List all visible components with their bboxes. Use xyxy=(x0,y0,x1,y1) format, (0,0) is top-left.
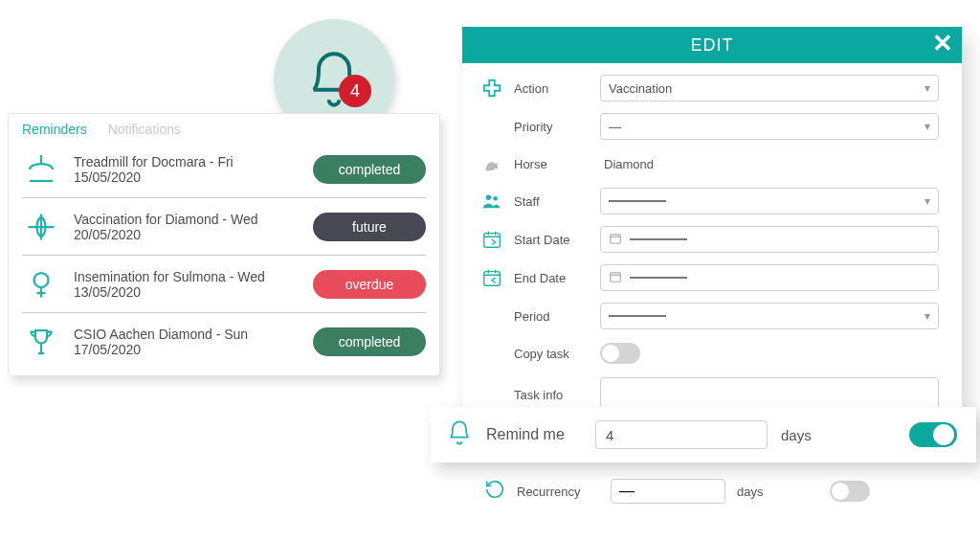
reminder-row[interactable]: Vaccination for Diamond - Wed 20/05/2020… xyxy=(22,198,426,256)
reminder-text: Vaccination for Diamond - Wed 20/05/2020 xyxy=(74,212,300,242)
svg-point-2 xyxy=(493,196,498,201)
bell-icon xyxy=(446,419,473,450)
reminder-row[interactable]: Insemination for Sulmona - Wed 13/05/202… xyxy=(22,256,426,313)
period-select[interactable]: ▾ xyxy=(600,303,939,329)
reminder-text: CSIO Aachen Diamond - Sun 17/05/2020 xyxy=(74,327,300,357)
reproduction-icon xyxy=(22,265,60,304)
edit-panel: EDIT ✕ Action Vaccination ▾ Priority — ▾ xyxy=(462,27,962,429)
priority-label: Priority xyxy=(514,120,590,134)
svg-point-0 xyxy=(34,273,49,287)
tab-reminders[interactable]: Reminders xyxy=(22,122,87,137)
recurrency-label: Recurrency xyxy=(517,485,599,499)
recurrency-input[interactable]: — xyxy=(611,479,725,504)
svg-rect-6 xyxy=(611,272,621,281)
status-pill: completed xyxy=(313,327,426,356)
status-pill: overdue xyxy=(313,270,426,299)
recurrency-icon xyxy=(484,479,505,504)
chevron-down-icon: ▾ xyxy=(924,309,930,323)
chevron-down-icon: ▾ xyxy=(924,120,930,133)
panel-title: EDIT xyxy=(690,35,733,56)
recurrency-toggle[interactable] xyxy=(830,481,870,502)
start-date-input[interactable] xyxy=(600,226,939,253)
remind-me-bar: Remind me days xyxy=(431,407,976,462)
tabs: Reminders Notifications xyxy=(9,114,439,141)
treadmill-icon xyxy=(22,150,60,189)
action-label: Action xyxy=(514,81,590,96)
svg-rect-5 xyxy=(484,272,501,286)
period-label: Period xyxy=(514,309,590,324)
calendar-end-icon xyxy=(479,265,504,290)
remind-me-input[interactable] xyxy=(595,420,768,449)
task-info-label: Task info xyxy=(514,388,590,402)
status-pill: future xyxy=(313,213,426,241)
end-date-label: End Date xyxy=(514,271,590,285)
svg-rect-4 xyxy=(611,234,621,242)
svg-point-1 xyxy=(486,195,491,201)
action-value: Vaccination xyxy=(609,81,672,96)
horse-value: Diamond xyxy=(600,157,939,171)
medical-icon xyxy=(22,208,60,246)
remind-me-label: Remind me xyxy=(486,426,582,443)
staff-icon xyxy=(479,189,504,214)
notification-count-badge: 4 xyxy=(339,75,371,107)
medical-cross-icon xyxy=(479,76,504,101)
days-label: days xyxy=(737,485,763,499)
horse-icon xyxy=(479,151,504,176)
reminder-row[interactable]: Treadmill for Docmara - Fri 15/05/2020 c… xyxy=(22,141,426,198)
reminder-list: Treadmill for Docmara - Fri 15/05/2020 c… xyxy=(9,141,439,375)
reminder-text: Insemination for Sulmona - Wed 13/05/202… xyxy=(74,269,300,300)
close-icon[interactable]: ✕ xyxy=(932,31,954,56)
action-select[interactable]: Vaccination ▾ xyxy=(600,75,939,101)
chevron-down-icon: ▾ xyxy=(924,194,930,208)
placeholder-dash xyxy=(630,277,687,279)
reminder-row[interactable]: CSIO Aachen Diamond - Sun 17/05/2020 com… xyxy=(22,313,426,370)
placeholder-dash xyxy=(630,238,687,240)
status-pill: completed xyxy=(313,155,426,184)
reminders-panel: Reminders Notifications Treadmill for Do… xyxy=(8,113,440,376)
priority-value: — xyxy=(609,120,621,134)
reminder-text: Treadmill for Docmara - Fri 15/05/2020 xyxy=(74,154,300,185)
calendar-start-icon xyxy=(479,227,504,252)
panel-header: EDIT ✕ xyxy=(462,27,962,63)
recurrency-value: — xyxy=(619,483,635,500)
tab-notifications[interactable]: Notifications xyxy=(108,122,181,137)
recurrency-row: Recurrency — days xyxy=(484,479,944,504)
horse-label: Horse xyxy=(514,157,590,171)
priority-select[interactable]: — ▾ xyxy=(600,113,939,140)
days-label: days xyxy=(781,427,812,443)
copy-task-toggle[interactable] xyxy=(600,343,640,364)
placeholder-dash xyxy=(609,315,666,317)
staff-label: Staff xyxy=(514,194,590,209)
svg-rect-3 xyxy=(484,234,501,248)
copy-task-label: Copy task xyxy=(514,347,590,361)
remind-me-toggle[interactable] xyxy=(909,422,957,447)
calendar-icon xyxy=(609,270,622,286)
end-date-input[interactable] xyxy=(600,264,939,291)
calendar-icon xyxy=(609,232,622,248)
start-date-label: Start Date xyxy=(514,233,590,247)
trophy-icon xyxy=(22,323,60,361)
placeholder-dash xyxy=(609,200,666,202)
chevron-down-icon: ▾ xyxy=(924,81,930,95)
staff-select[interactable]: ▾ xyxy=(600,188,939,214)
